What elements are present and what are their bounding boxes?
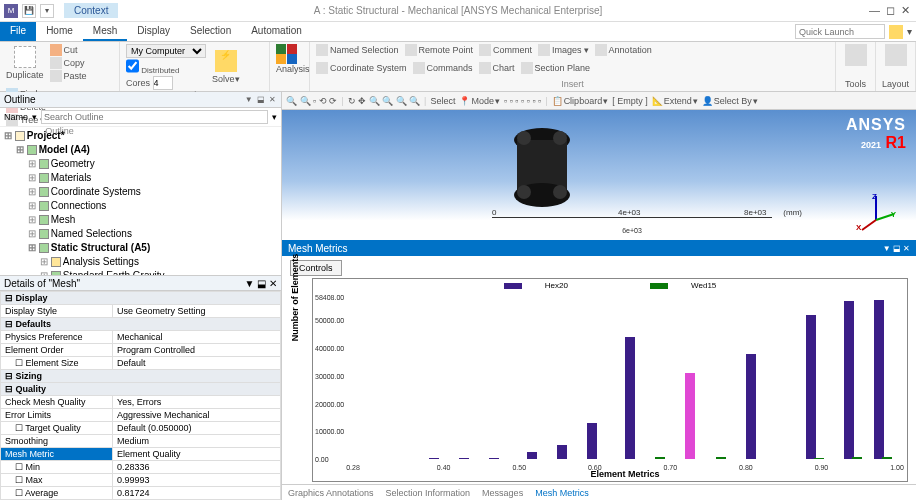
details-row[interactable]: ☐ Average0.81724: [1, 487, 281, 500]
details-row[interactable]: Display StyleUse Geometry Setting: [1, 305, 281, 318]
layout-icon[interactable]: [885, 44, 907, 66]
details-row[interactable]: Error LimitsAggressive Mechanical: [1, 409, 281, 422]
tree-node[interactable]: ⊞ Geometry: [4, 157, 277, 171]
select-by-button[interactable]: 👤Select By▾: [702, 96, 758, 106]
bar: [806, 315, 816, 459]
details-row[interactable]: Element OrderProgram Controlled: [1, 344, 281, 357]
details-row[interactable]: Mesh MetricElement Quality: [1, 448, 281, 461]
tab-display[interactable]: Display: [127, 22, 180, 41]
tree-node[interactable]: ⊞ Coordinate Systems: [4, 185, 277, 199]
x-tick: 0.28: [346, 464, 360, 471]
coord-system-button[interactable]: Coordinate System: [316, 62, 407, 74]
cores-input[interactable]: [153, 76, 173, 90]
tab-home[interactable]: Home: [36, 22, 83, 41]
entity-icons[interactable]: ▫ ▫ ▫ ▫ ▫ ▫ ▫: [504, 96, 541, 106]
compute-target-select[interactable]: My Computer: [126, 44, 206, 58]
clipboard-button[interactable]: 📋Clipboard▾: [552, 96, 609, 106]
maximize-icon[interactable]: ◻: [886, 4, 895, 17]
images-button[interactable]: Images▾: [538, 44, 589, 56]
tab-mesh[interactable]: Mesh: [83, 22, 127, 41]
x-tick: 0.90: [815, 464, 829, 471]
warn-icon[interactable]: [889, 25, 903, 39]
tree-node[interactable]: ⊞ Project*: [4, 129, 277, 143]
tree-node[interactable]: ⊞ Connections: [4, 199, 277, 213]
tree-node[interactable]: ⊞ Model (A4): [4, 143, 277, 157]
select-button[interactable]: Select: [430, 96, 455, 106]
duplicate-icon[interactable]: [14, 46, 36, 68]
search-clear-icon[interactable]: ▾: [272, 112, 277, 122]
file-tab[interactable]: File: [0, 22, 36, 41]
x-tick: 0.80: [739, 464, 753, 471]
pin-icon[interactable]: ▼ ⬓ ✕: [245, 95, 277, 104]
help-icon[interactable]: ▾: [907, 26, 912, 37]
svg-point-6: [553, 185, 567, 199]
details-row[interactable]: ⊟ Display: [1, 292, 281, 305]
x-tick: 0.70: [664, 464, 678, 471]
tools-icon[interactable]: [845, 44, 867, 66]
annotation-button[interactable]: Annotation: [595, 44, 652, 56]
close-icon[interactable]: ✕: [901, 4, 910, 17]
comment-button[interactable]: Comment: [479, 44, 532, 56]
filter-icon[interactable]: ▾: [32, 112, 37, 122]
minimize-icon[interactable]: —: [869, 4, 880, 17]
tab-mesh-metrics[interactable]: Mesh Metrics: [535, 488, 589, 498]
bar: [527, 452, 537, 459]
mesh-metrics-chart: Hex20 Wed15 Number of Elements Element M…: [312, 278, 908, 482]
chart-button[interactable]: Chart: [479, 62, 515, 74]
orientation-triad[interactable]: Z Y X: [856, 192, 896, 232]
y-tick: 50000.00: [315, 317, 344, 324]
analysis-button[interactable]: Analysis: [276, 64, 310, 74]
details-row[interactable]: ☐ Target QualityDefault (0.050000): [1, 422, 281, 435]
details-row[interactable]: Check Mesh QualityYes, Errors: [1, 396, 281, 409]
clipboard-empty: [ Empty ]: [612, 96, 648, 106]
model-geometry: [502, 120, 582, 220]
details-row[interactable]: ⊟ Sizing: [1, 370, 281, 383]
details-row[interactable]: ☐ Min0.28336: [1, 461, 281, 474]
details-row[interactable]: ☐ Element SizeDefault: [1, 357, 281, 370]
tab-graphics-annotations[interactable]: Graphics Annotations: [288, 488, 374, 498]
paste-button[interactable]: Paste: [50, 70, 87, 82]
details-row[interactable]: SmoothingMedium: [1, 435, 281, 448]
mode-button[interactable]: 📍Mode▾: [459, 96, 500, 106]
ansys-logo: ANSYS 2021 R1: [846, 116, 906, 152]
x-tick: 0.50: [512, 464, 526, 471]
mesh-metrics-header: Mesh Metrics ▼ ⬓ ✕: [282, 240, 916, 256]
tree-node[interactable]: ⊞ Static Structural (A5): [4, 241, 277, 255]
tree-node[interactable]: ⊞ Materials: [4, 171, 277, 185]
tab-selection[interactable]: Selection: [180, 22, 241, 41]
named-selection-button[interactable]: Named Selection: [316, 44, 399, 56]
graphics-viewport[interactable]: ANSYS 2021 R1 0 4e+03 8e+03 (mm) 6e+03: [282, 110, 916, 240]
details-row[interactable]: ⊟ Quality: [1, 383, 281, 396]
cut-button[interactable]: Cut: [50, 44, 87, 56]
bar: [685, 373, 695, 459]
bar: [844, 301, 854, 459]
dropdown-icon[interactable]: ▾: [40, 4, 54, 18]
copy-button[interactable]: Copy: [50, 57, 87, 69]
y-tick: 30000.00: [315, 372, 344, 379]
context-tab[interactable]: Context: [64, 3, 118, 18]
quick-launch-input[interactable]: [795, 24, 885, 39]
tab-selection-info[interactable]: Selection Information: [386, 488, 471, 498]
tab-automation[interactable]: Automation: [241, 22, 312, 41]
y-axis-label: Number of Elements: [290, 254, 300, 342]
outline-tree[interactable]: ⊞ Project*⊞ Model (A4)⊞ Geometry⊞ Materi…: [0, 127, 281, 275]
details-row[interactable]: ☐ Max0.99993: [1, 474, 281, 487]
zoom-icons[interactable]: 🔍 🔍 ▫ ⟲ ⟳: [286, 96, 337, 106]
extend-button[interactable]: 📐Extend▾: [652, 96, 698, 106]
tree-node[interactable]: ⊞ Analysis Settings: [4, 255, 277, 269]
distributed-checkbox[interactable]: [126, 59, 139, 73]
tree-node[interactable]: ⊞ Mesh: [4, 213, 277, 227]
tab-messages[interactable]: Messages: [482, 488, 523, 498]
details-row[interactable]: Physics PreferenceMechanical: [1, 331, 281, 344]
remote-point-button[interactable]: Remote Point: [405, 44, 474, 56]
bar: [557, 445, 567, 459]
section-plane-button[interactable]: Section Plane: [521, 62, 591, 74]
solve-icon[interactable]: ⚡: [215, 50, 237, 72]
rotate-icons[interactable]: ↻ ✥ 🔍 🔍 🔍 🔍: [348, 96, 421, 106]
save-icon[interactable]: 💾: [22, 4, 36, 18]
outline-header: Outline ▼ ⬓ ✕: [0, 92, 281, 108]
details-row[interactable]: ⊟ Defaults: [1, 318, 281, 331]
commands-button[interactable]: Commands: [413, 62, 473, 74]
tree-node[interactable]: ⊞ Named Selections: [4, 227, 277, 241]
outline-search-input[interactable]: [41, 110, 268, 124]
